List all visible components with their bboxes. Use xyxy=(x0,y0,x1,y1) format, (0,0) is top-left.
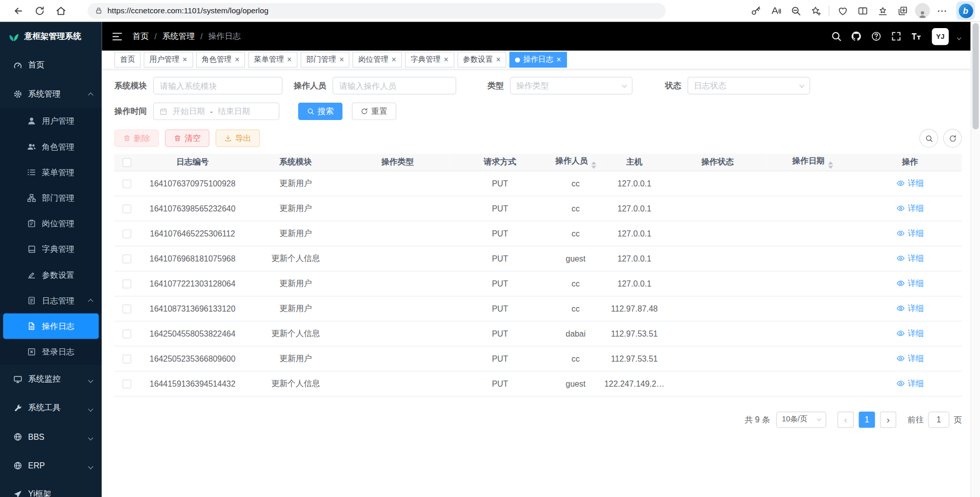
split-screen-button[interactable] xyxy=(852,1,872,20)
tab-post-mgmt[interactable]: 岗位管理 × xyxy=(353,52,402,68)
sidebar-item-post-mgmt[interactable]: 岗位管理 xyxy=(0,211,102,236)
header-search-icon[interactable] xyxy=(830,31,842,42)
row-checkbox[interactable] xyxy=(122,229,131,238)
favorites-button[interactable] xyxy=(872,1,892,20)
search-button[interactable]: 搜索 xyxy=(298,103,342,120)
add-favorite-button[interactable] xyxy=(805,1,825,20)
clear-button[interactable]: 清空 xyxy=(165,129,209,147)
row-checkbox[interactable] xyxy=(122,354,131,363)
export-button[interactable]: 导出 xyxy=(215,129,260,147)
avatar-caret-icon[interactable] xyxy=(958,31,961,42)
font-size-icon[interactable] xyxy=(911,31,922,42)
page-1-button[interactable]: 1 xyxy=(859,411,875,428)
vertical-scrollbar[interactable] xyxy=(971,22,980,497)
sidebar-item-menu-mgmt[interactable]: 菜单管理 xyxy=(0,159,102,185)
sidebar-item-system-monitor[interactable]: 系统监控 xyxy=(0,365,102,393)
row-checkbox[interactable] xyxy=(122,279,131,288)
sidebar-item-system-tools[interactable]: 系统工具 xyxy=(0,393,102,422)
row-checkbox[interactable] xyxy=(122,254,131,263)
prev-page-button[interactable]: ‹ xyxy=(838,411,854,428)
breadcrumb-home[interactable]: 首页 xyxy=(133,31,149,42)
browser-home-button[interactable] xyxy=(50,1,71,20)
browser-back-button[interactable] xyxy=(8,1,29,20)
sidebar-item-dept-mgmt[interactable]: 部门管理 xyxy=(0,185,102,210)
user-avatar[interactable]: YJ xyxy=(932,28,949,44)
copilot-button[interactable]: b xyxy=(956,1,975,20)
close-icon[interactable]: × xyxy=(496,56,501,64)
hamburger-icon[interactable] xyxy=(111,30,123,42)
tab-user-mgmt[interactable]: 用户管理 × xyxy=(144,52,193,68)
tab-dict-mgmt[interactable]: 字典管理 × xyxy=(405,52,454,68)
browser-refresh-button[interactable] xyxy=(29,1,50,20)
refresh-table-button[interactable] xyxy=(943,129,962,148)
sidebar-item-dict-mgmt[interactable]: 字典管理 xyxy=(0,236,102,262)
detail-link[interactable]: 详细 xyxy=(896,327,924,339)
toggle-search-button[interactable] xyxy=(919,129,938,148)
tab-param-settings[interactable]: 参数设置 × xyxy=(457,52,506,68)
detail-link[interactable]: 详细 xyxy=(896,302,924,314)
collections-button[interactable] xyxy=(893,1,913,20)
help-icon[interactable] xyxy=(871,31,882,42)
sidebar-item-home[interactable]: 首页 xyxy=(0,51,102,79)
sidebar-item-log-mgmt[interactable]: 日志管理 xyxy=(0,288,102,313)
close-icon[interactable]: × xyxy=(339,56,344,64)
tab-home[interactable]: 首页 xyxy=(114,52,140,68)
sidebar-item-system-mgmt[interactable]: 系统管理 xyxy=(0,80,102,108)
sidebar-item-login-log[interactable]: 登录日志 xyxy=(0,339,102,365)
detail-link[interactable]: 详细 xyxy=(896,277,924,289)
browser-menu-button[interactable]: ··· xyxy=(933,1,952,20)
detail-link[interactable]: 详细 xyxy=(896,202,924,214)
sidebar-item-bbs[interactable]: BBS xyxy=(0,422,102,451)
browser-essentials-button[interactable] xyxy=(832,1,852,20)
module-input[interactable] xyxy=(153,77,282,94)
profile-button[interactable] xyxy=(913,1,933,20)
date-range-picker[interactable]: 开始日期 - 结束日期 xyxy=(153,103,279,120)
sidebar-item-param-settings[interactable]: 参数设置 xyxy=(0,262,102,288)
close-icon[interactable]: × xyxy=(235,56,239,64)
delete-button[interactable]: 删除 xyxy=(114,129,159,147)
detail-link[interactable]: 详细 xyxy=(896,177,924,188)
tab-operation-log[interactable]: 操作日志 × xyxy=(509,52,567,68)
select-all-checkbox[interactable] xyxy=(122,158,131,167)
tab-menu-mgmt[interactable]: 菜单管理 × xyxy=(248,52,297,68)
row-checkbox[interactable] xyxy=(122,304,131,313)
close-icon[interactable]: × xyxy=(391,56,396,64)
sort-carets-icon[interactable] xyxy=(828,161,833,169)
row-checkbox[interactable] xyxy=(122,329,131,338)
close-icon[interactable]: × xyxy=(183,56,187,64)
password-key-button[interactable] xyxy=(746,1,766,20)
read-aloud-button[interactable] xyxy=(766,1,786,20)
sidebar-item-operation-log[interactable]: 操作日志 xyxy=(3,313,99,339)
detail-link[interactable]: 详细 xyxy=(896,352,924,364)
sidebar-item-yi-framework[interactable]: Yi框架 xyxy=(0,480,102,497)
github-icon[interactable] xyxy=(851,31,862,42)
fullscreen-icon[interactable] xyxy=(891,31,902,42)
row-checkbox[interactable] xyxy=(122,380,131,388)
sidebar-item-user-mgmt[interactable]: 用户管理 xyxy=(0,108,102,134)
close-icon[interactable]: × xyxy=(444,56,448,64)
close-icon[interactable]: × xyxy=(556,56,561,64)
tab-role-mgmt[interactable]: 角色管理 × xyxy=(196,52,245,68)
operator-input[interactable] xyxy=(332,77,456,94)
close-icon[interactable]: × xyxy=(287,56,291,64)
scrollbar-thumb[interactable] xyxy=(972,23,978,129)
status-select[interactable]: 日志状态 xyxy=(688,77,810,94)
next-page-button[interactable]: › xyxy=(880,411,896,428)
page-size-select[interactable]: 10条/页 xyxy=(776,411,826,428)
type-select[interactable]: 操作类型 xyxy=(510,77,632,94)
zoom-out-button[interactable] xyxy=(786,1,805,20)
goto-page-input[interactable] xyxy=(928,411,949,428)
breadcrumb-system-mgmt[interactable]: 系统管理 xyxy=(162,31,195,42)
address-bar[interactable]: https://ccnetcore.com:1101/system/log/op… xyxy=(87,3,666,19)
sidebar-item-erp[interactable]: ERP xyxy=(0,451,102,480)
sidebar-item-role-mgmt[interactable]: 角色管理 xyxy=(0,134,102,159)
row-checkbox[interactable] xyxy=(122,179,131,188)
sort-carets-icon[interactable] xyxy=(591,161,596,169)
tab-dept-mgmt[interactable]: 部门管理 × xyxy=(301,52,350,68)
detail-link[interactable]: 详细 xyxy=(896,377,924,389)
row-select-cell xyxy=(114,296,139,321)
detail-link[interactable]: 详细 xyxy=(896,227,924,239)
row-checkbox[interactable] xyxy=(122,204,131,213)
reset-button[interactable]: 重置 xyxy=(352,103,396,120)
detail-link[interactable]: 详细 xyxy=(896,252,924,264)
